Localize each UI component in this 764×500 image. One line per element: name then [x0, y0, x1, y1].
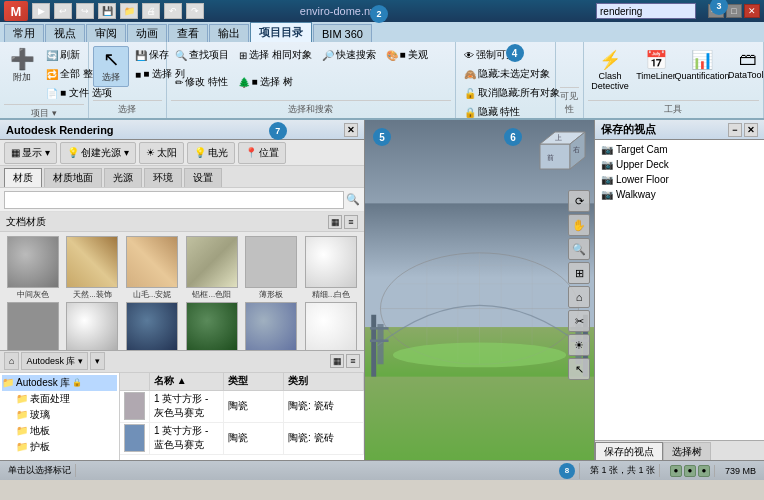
tab-changyong[interactable]: 常用	[4, 24, 44, 42]
lib-dropdown-btn[interactable]: Autodesk 库 ▾	[21, 352, 88, 370]
table-row-1[interactable]: 1 英寸方形 - 蓝色马赛克 陶瓷 陶瓷: 瓷砖	[120, 423, 364, 455]
ribbon-btn-modprop[interactable]: ✏修改 特性	[171, 73, 232, 91]
mat-item-8[interactable]: 波纹...蓝色	[123, 302, 181, 350]
tab-shengyue[interactable]: 审阅	[86, 24, 126, 42]
navigation-cube[interactable]: 前 上 右	[535, 124, 590, 179]
render-btn-elec[interactable]: 💡 电光	[187, 142, 235, 164]
mat-item-5[interactable]: 精细...白色	[302, 236, 360, 300]
forcevis-icon: 👁	[464, 50, 474, 61]
ribbon-btn-quicksearch[interactable]: 🔎快速搜索	[318, 46, 380, 64]
vp-item-3[interactable]: 📷 Walkway	[597, 187, 762, 202]
qb-btn-save[interactable]: 💾	[98, 3, 116, 19]
ribbon-btn-clash[interactable]: ⚡ ClashDetective	[588, 46, 632, 94]
ribbon: ➕ 附加 🔄刷新 🔁全部 整置... 📄■ 文件 选项 项目 ▾ ↖ 选择 💾保…	[0, 42, 764, 120]
ribbon-btn-add[interactable]: ➕ 附加	[4, 46, 40, 87]
render-btn-location[interactable]: 📍 位置	[238, 142, 286, 164]
ribbon-btn-datatools[interactable]: 🗃 DataTools	[726, 46, 764, 83]
tab-xiangmumulu[interactable]: 项目目录	[250, 22, 312, 42]
mat-tab-material[interactable]: 材质	[4, 168, 42, 187]
ribbon-btn-meiguan[interactable]: 🎨■ 美观	[382, 46, 433, 64]
lib-list-btn[interactable]: ≡	[346, 354, 360, 368]
ribbon-btn-hideprop[interactable]: 🔒隐藏 特性	[460, 103, 525, 121]
ribbon-btn-quant[interactable]: 📊 Quantification	[680, 46, 724, 84]
vt-light[interactable]: ☀	[568, 334, 590, 356]
material-search-input[interactable]	[4, 191, 344, 209]
vpt-tab-seltree[interactable]: 选择树	[663, 442, 711, 460]
ribbon-group-project: ➕ 附加 🔄刷新 🔁全部 整置... 📄■ 文件 选项 项目 ▾	[0, 42, 89, 118]
tab-chakan[interactable]: 查看	[168, 24, 208, 42]
render-btn-create-light[interactable]: 💡 创建光源 ▾	[60, 142, 136, 164]
titlebar: M ▶ ↩ ↪ 💾 📁 🖨 ↶ ↷ 2 enviro-dome.nwd 3 — …	[0, 0, 764, 22]
mat-item-2[interactable]: 山毛...安妮	[123, 236, 181, 300]
tab-shidian[interactable]: 视点	[45, 24, 85, 42]
vt-cursor[interactable]: ↖	[568, 358, 590, 380]
vt-home[interactable]: ⌂	[568, 286, 590, 308]
mat-item-3[interactable]: 铝框...色阳	[183, 236, 241, 300]
ribbon-btn-seltree[interactable]: 🌲■ 选择 树	[234, 73, 298, 91]
maximize-button[interactable]: □	[726, 4, 742, 18]
tab-bim360[interactable]: BIM 360	[313, 24, 372, 42]
mat-item-4[interactable]: 薄形板	[243, 236, 301, 300]
list-view-btn[interactable]: ≡	[344, 215, 358, 229]
vt-zoomex[interactable]: ⊞	[568, 262, 590, 284]
qb-btn-3[interactable]: ↪	[76, 3, 94, 19]
mat-tab-settings[interactable]: 设置	[184, 168, 222, 187]
render-btn-display[interactable]: ▦ 显示 ▾	[4, 142, 57, 164]
vpt-tab-saved[interactable]: 保存的视点	[595, 442, 663, 460]
mat-item-9[interactable]: 波纹...绿色	[183, 302, 241, 350]
ribbon-btn-hideunsel[interactable]: 🙈隐藏:未选定对象	[460, 65, 555, 83]
vp-item-1[interactable]: 📷 Upper Deck	[597, 157, 762, 172]
vp-close-btn[interactable]: −	[728, 123, 742, 137]
vp-item-2[interactable]: 📷 Lower Floor	[597, 172, 762, 187]
sb-pagenum: 第 1 张，共 1 张	[586, 464, 660, 477]
qb-btn-1[interactable]: ▶	[32, 3, 50, 19]
table-row-0[interactable]: 1 英寸方形 - 灰色马赛克 陶瓷 陶瓷: 瓷砖	[120, 391, 364, 423]
mat-item-0[interactable]: 中间灰色	[4, 236, 62, 300]
mat-item-1[interactable]: 天然...装饰	[64, 236, 122, 300]
3d-viewport[interactable]: 前 上 右 ⟳ ✋ 🔍 ⊞ ⌂ ✂ ☀ ↖ 5 6	[365, 120, 594, 460]
tab-shuchu[interactable]: 输出	[209, 24, 249, 42]
lib-grid-btn[interactable]: ▦	[330, 354, 344, 368]
search-input[interactable]	[596, 3, 696, 19]
vp-item-0[interactable]: 📷 Target Cam	[597, 142, 762, 157]
grid-view-btn[interactable]: ▦	[328, 215, 342, 229]
mat-item-6[interactable]: 非抛...灰色	[4, 302, 62, 350]
mat-label-3: 铝框...色阳	[192, 290, 231, 300]
ribbon-btn-select[interactable]: ↖ 选择	[93, 46, 129, 87]
mat-item-10[interactable]: 海片...米色	[243, 302, 301, 350]
timeliner-label: TimeLiner	[636, 71, 676, 81]
col-name-header: 名称 ▲	[150, 373, 224, 390]
tree-item-floor[interactable]: 📁 地板	[2, 423, 117, 439]
mat-tab-surface[interactable]: 材质地面	[44, 168, 102, 187]
mat-item-7[interactable]: 反射-白色	[64, 302, 122, 350]
qb-btn-open[interactable]: 📁	[120, 3, 138, 19]
row1-type: 陶瓷	[224, 423, 284, 454]
lock-icon: 🔒	[72, 378, 82, 387]
ribbon-btn-sameobj[interactable]: ⊞选择 相同对象	[235, 46, 316, 64]
tab-donghua[interactable]: 动画	[127, 24, 167, 42]
tree-item-surface[interactable]: 📁 表面处理	[2, 391, 117, 407]
vt-pan[interactable]: ✋	[568, 214, 590, 236]
tree-item-protect[interactable]: 📁 护板	[2, 439, 117, 455]
rendering-panel-close[interactable]: ✕	[344, 123, 358, 137]
lib-expand-btn[interactable]: ▾	[90, 352, 105, 370]
mat-item-11[interactable]: 白色	[302, 302, 360, 350]
badge-4: 4	[506, 44, 524, 62]
mat-tab-env[interactable]: 环境	[144, 168, 182, 187]
viewport-panel: 前 上 右 ⟳ ✋ 🔍 ⊞ ⌂ ✂ ☀ ↖ 5 6	[365, 120, 594, 460]
vt-section[interactable]: ✂	[568, 310, 590, 332]
vt-orbit[interactable]: ⟳	[568, 190, 590, 212]
mat-tab-light[interactable]: 光源	[104, 168, 142, 187]
close-button[interactable]: ✕	[744, 4, 760, 18]
tree-item-glass[interactable]: 📁 玻璃	[2, 407, 117, 423]
badge-2: 2	[370, 5, 388, 23]
vt-zoom[interactable]: 🔍	[568, 238, 590, 260]
vp-x-btn[interactable]: ✕	[744, 123, 758, 137]
ribbon-btn-finditem[interactable]: 🔍查找项目	[171, 46, 233, 64]
qb-btn-2[interactable]: ↩	[54, 3, 72, 19]
ribbon-btn-timeliner[interactable]: 📅 TimeLiner	[634, 46, 678, 84]
tree-item-autodesk[interactable]: 📁 Autodesk 库 🔒	[2, 375, 117, 391]
ribbon-btn-unhideall[interactable]: 🔓取消隐藏:所有对象	[460, 84, 565, 102]
render-btn-sun[interactable]: ☀ 太阳	[139, 142, 184, 164]
lib-home-btn[interactable]: ⌂	[4, 352, 19, 370]
